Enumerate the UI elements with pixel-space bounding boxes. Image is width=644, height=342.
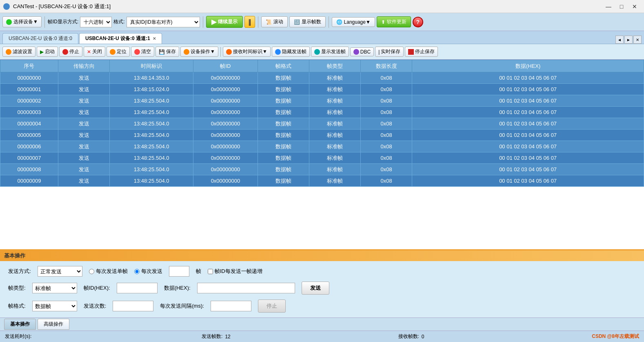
tab1-close[interactable]: ✕ bbox=[153, 36, 156, 41]
basic-ops-tab[interactable]: 基本操作 bbox=[4, 319, 36, 330]
locate-button[interactable]: 定位 bbox=[107, 47, 130, 57]
col-data: 数据(HEX) bbox=[412, 60, 644, 72]
update-button[interactable]: ⬆ 软件更新 bbox=[377, 16, 411, 27]
tab-prev-button[interactable]: ◄ bbox=[615, 36, 624, 44]
stop-icon bbox=[62, 49, 68, 55]
table-row[interactable]: 00000004发送13:48:25.504.00x00000000数据帧标准帧… bbox=[0, 118, 644, 130]
radio-single-frame[interactable]: 每次发送单帧 bbox=[89, 268, 128, 275]
radio-multi-frame-input[interactable] bbox=[134, 269, 140, 274]
frame-id-input[interactable]: 00000000 bbox=[117, 283, 158, 293]
close-button[interactable]: ✕ bbox=[628, 2, 641, 11]
language-icon: 🌐 bbox=[336, 19, 342, 25]
table-cell: 00 01 02 03 04 05 06 07 bbox=[412, 107, 644, 118]
time-tag-button[interactable]: 接收时间标识▼ bbox=[223, 47, 271, 57]
send-times-input[interactable]: 1 bbox=[113, 301, 153, 311]
hide-out-button[interactable]: 隐藏发送帧 bbox=[272, 47, 310, 57]
send-mode-select[interactable]: 正常发送 单次发送 自发自收 bbox=[38, 266, 82, 277]
table-cell: 0x08 bbox=[361, 130, 412, 141]
stop-label: 停止 bbox=[69, 48, 79, 55]
device-ops-button[interactable]: 设备操作▼ bbox=[180, 47, 218, 57]
format-select[interactable]: 真实ID(ID靠右对齐) 原始ID bbox=[127, 17, 200, 27]
table-cell: 发送 bbox=[58, 84, 109, 95]
table-cell: 0x00000000 bbox=[193, 118, 258, 130]
frame-count-button[interactable]: 🔢 显示帧数 bbox=[289, 16, 326, 27]
sep2 bbox=[203, 16, 203, 28]
table-row[interactable]: 00000000发送13:48:14.353.00x00000000数据帧标准帧… bbox=[0, 72, 644, 84]
pause-button[interactable]: ‖ bbox=[244, 16, 255, 28]
data-table-area[interactable]: 序号 传输方向 时间标识 帧ID 帧格式 帧类型 数据长度 数据(HEX) 00… bbox=[0, 60, 644, 249]
radio-single-frame-input[interactable] bbox=[89, 269, 94, 274]
col-frametype: 帧类型 bbox=[309, 60, 360, 72]
radio-multi-frame[interactable]: 每次发送 bbox=[134, 268, 162, 275]
tab-channel1[interactable]: USBCAN-2E-U 设备:0 通道:1 ✕ bbox=[79, 33, 162, 44]
language-button[interactable]: 🌐 Language▼ bbox=[332, 17, 375, 27]
send-times-label: 发送次数: bbox=[84, 302, 107, 310]
close-icon: ✕ bbox=[87, 49, 91, 55]
table-cell: 13:48:25.504.0 bbox=[110, 95, 193, 107]
start-button[interactable]: ▶ 启动 bbox=[37, 47, 58, 57]
select-device-button[interactable]: 选择设备▼ bbox=[2, 16, 42, 27]
table-cell: 00000008 bbox=[0, 164, 58, 175]
real-save-icon: | bbox=[378, 49, 380, 55]
continue-display-button[interactable]: ▶ 继续显示 bbox=[206, 16, 243, 28]
table-cell: 00 01 02 03 04 05 06 07 bbox=[412, 152, 644, 164]
save-button[interactable]: 💾 保存 bbox=[155, 47, 179, 57]
real-save-button[interactable]: | 实时保存 bbox=[375, 47, 404, 57]
tab-channel0[interactable]: USBCAN-2E-U 设备:0 通道:0 bbox=[2, 33, 78, 44]
table-cell: 标准帧 bbox=[309, 107, 360, 118]
advanced-ops-tab[interactable]: 高级操作 bbox=[38, 319, 69, 330]
show-out-button[interactable]: 显示发送帧 bbox=[311, 47, 349, 57]
table-cell: 标准帧 bbox=[309, 84, 360, 95]
send-mode-label: 发送方式: bbox=[8, 268, 31, 275]
minimize-button[interactable]: — bbox=[602, 2, 615, 11]
tab-next-button[interactable]: ► bbox=[624, 36, 633, 44]
ops-row-2: 帧类型: 标准帧 扩展帧 帧ID(HEX): 00000000 数据(HEX):… bbox=[8, 282, 636, 295]
table-row[interactable]: 00000003发送13:48:25.504.00x00000000数据帧标准帧… bbox=[0, 107, 644, 118]
frame-id-increment-checkbox[interactable]: 帧ID每发送一帧递增 bbox=[208, 268, 262, 275]
table-cell: 数据帧 bbox=[258, 118, 309, 130]
send-button[interactable]: 发送 bbox=[302, 282, 329, 295]
table-cell: 发送 bbox=[58, 95, 109, 107]
table-cell: 发送 bbox=[58, 107, 109, 118]
filter-label: 滤波设置 bbox=[13, 48, 32, 55]
frame-type-select[interactable]: 标准帧 扩展帧 bbox=[32, 283, 77, 293]
table-cell: 发送 bbox=[58, 118, 109, 130]
scroll-button[interactable]: 📜 滚动 bbox=[261, 16, 288, 27]
table-row[interactable]: 00000005发送13:48:25.504.00x00000000数据帧标准帧… bbox=[0, 130, 644, 141]
maximize-button[interactable]: □ bbox=[615, 2, 628, 11]
table-row[interactable]: 00000006发送13:48:25.504.00x00000000数据帧标准帧… bbox=[0, 141, 644, 152]
show-out-icon bbox=[314, 49, 320, 55]
table-row[interactable]: 00000007发送13:48:25.504.00x00000000数据帧标准帧… bbox=[0, 152, 644, 164]
frame-display-select[interactable]: 十六进制 十进制 bbox=[80, 17, 112, 27]
filter-settings-button[interactable]: 滤波设置 bbox=[2, 47, 36, 57]
clear-button[interactable]: 清空 bbox=[131, 47, 154, 57]
tab-menu-button[interactable]: ✕ bbox=[633, 36, 642, 44]
frame-format-select[interactable]: 数据帧 远程帧 bbox=[32, 301, 77, 311]
status-logo: CSDN @8年左载测试 bbox=[592, 333, 639, 340]
stop-save-button[interactable]: 停止保存 bbox=[405, 47, 438, 57]
update-icon: ⬆ bbox=[381, 19, 385, 25]
col-seq: 序号 bbox=[0, 60, 58, 72]
real-save-label: 实时保存 bbox=[381, 48, 400, 55]
device-ops-label: 设备操作▼ bbox=[191, 48, 215, 55]
frame-count-input[interactable]: 10 bbox=[169, 266, 189, 277]
help-button[interactable]: ? bbox=[413, 17, 423, 27]
data-hex-input[interactable]: 00 01 02 03 04 05 06 07 bbox=[197, 283, 295, 293]
table-cell: 数据帧 bbox=[258, 107, 309, 118]
table-cell: 00000001 bbox=[0, 84, 58, 95]
table-row[interactable]: 00000009发送13:48:25.504.00x00000000数据帧标准帧… bbox=[0, 175, 644, 187]
table-row[interactable]: 00000001发送13:48:15.024.00x00000000数据帧标准帧… bbox=[0, 84, 644, 95]
table-cell: 0x00000000 bbox=[193, 141, 258, 152]
table-cell: 数据帧 bbox=[258, 152, 309, 164]
frame-id-increment-input[interactable] bbox=[208, 269, 213, 274]
data-hex-label: 数据(HEX): bbox=[164, 284, 191, 292]
send-interval-input[interactable]: 0 bbox=[211, 301, 251, 311]
table-row[interactable]: 00000008发送13:48:25.504.00x00000000数据帧标准帧… bbox=[0, 164, 644, 175]
table-row[interactable]: 00000002发送13:48:25.504.00x00000000数据帧标准帧… bbox=[0, 95, 644, 107]
stop-button[interactable]: 停止 bbox=[59, 47, 82, 57]
table-cell: 0x08 bbox=[361, 175, 412, 187]
dbc-button[interactable]: DBC bbox=[350, 47, 374, 56]
close-device-button[interactable]: ✕ 关闭 bbox=[84, 47, 105, 57]
table-cell: 00 01 02 03 04 05 06 07 bbox=[412, 164, 644, 175]
stop-button[interactable]: 停止 bbox=[258, 300, 286, 313]
